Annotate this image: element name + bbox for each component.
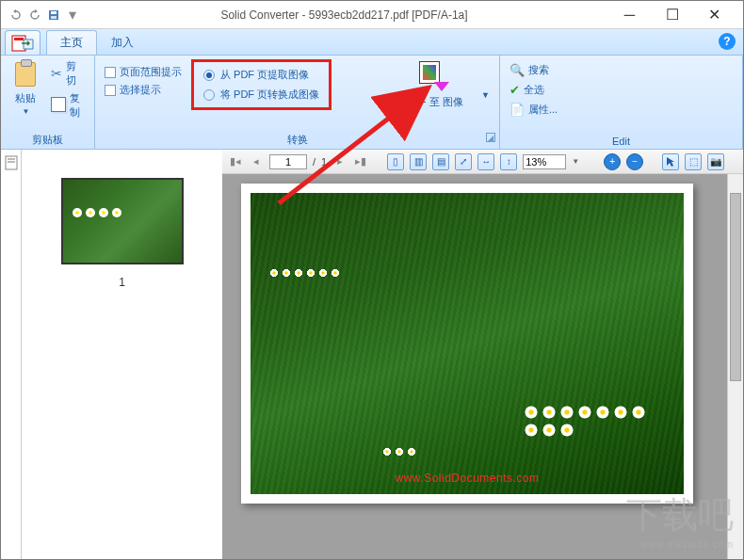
- first-page-button[interactable]: ▮◂: [228, 154, 243, 169]
- scrollbar-thumb[interactable]: [730, 193, 741, 381]
- checkbox-icon: [105, 85, 116, 96]
- thumbnails-tab[interactable]: [2, 152, 21, 174]
- document-page: www.SolidDocuments.com: [241, 184, 693, 504]
- svg-rect-2: [51, 16, 57, 19]
- properties-label: 属性...: [528, 103, 558, 117]
- fit-width-button[interactable]: ↔: [477, 153, 494, 170]
- search-icon: [509, 63, 525, 77]
- page-range-label: 页面范围提示: [120, 65, 182, 79]
- radio-unchecked-icon: [203, 89, 215, 101]
- ribbon-tab-bar: 主页 加入 ?: [1, 29, 743, 56]
- tab-add[interactable]: 加入: [97, 30, 148, 55]
- minimize-button[interactable]: ─: [608, 1, 651, 28]
- pdf-to-image-button[interactable]: PDF 至 图像: [396, 59, 472, 109]
- help-button[interactable]: ?: [719, 33, 736, 50]
- select-all-icon: [509, 83, 520, 97]
- save-icon[interactable]: [46, 8, 61, 23]
- thumbnail-page-number: 1: [119, 276, 125, 289]
- qat-dropdown-icon[interactable]: ▾: [65, 8, 80, 23]
- copy-icon: [51, 97, 66, 114]
- cut-label: 剪切: [66, 59, 85, 88]
- redo-icon[interactable]: [27, 8, 42, 23]
- search-button[interactable]: 搜索: [509, 63, 558, 77]
- paste-button[interactable]: 粘贴 ▼: [10, 59, 41, 116]
- prev-page-button[interactable]: ◂: [249, 154, 264, 169]
- snapshot-tool-button[interactable]: 📷: [707, 153, 724, 170]
- page-total: 1: [321, 156, 327, 168]
- zoom-in-button[interactable]: +: [604, 153, 621, 170]
- last-page-button[interactable]: ▸▮: [353, 154, 368, 169]
- svg-rect-1: [51, 11, 57, 14]
- marquee-tool-button[interactable]: ⬚: [685, 153, 702, 170]
- ribbon: 粘贴 ▼ 剪切 复制 剪贴板 页面范围提示 选择提示 从 PDF 页提取图像 将…: [1, 56, 743, 150]
- copy-label: 复制: [70, 91, 85, 120]
- scissors-icon: [51, 66, 62, 81]
- properties-button[interactable]: 属性...: [509, 103, 558, 117]
- group-convert: 页面范围提示 选择提示 从 PDF 页提取图像 将 PDF 页转换成图像 PDF…: [95, 56, 500, 149]
- app-menu-button[interactable]: [5, 30, 40, 55]
- view-facing-button[interactable]: ▤: [432, 153, 449, 170]
- site-watermark: 下载吧 www.xiazaiba.com: [626, 491, 734, 550]
- radio-pages-to-images[interactable]: 将 PDF 页转换成图像: [203, 88, 319, 102]
- convert-options-highlight: 从 PDF 页提取图像 将 PDF 页转换成图像: [191, 59, 332, 110]
- group-label-convert: 转换◢: [105, 131, 490, 149]
- close-button[interactable]: ✕: [693, 1, 736, 28]
- group-edit: 搜索 全选 属性... Edit: [500, 56, 743, 149]
- page-thumbnail[interactable]: [61, 178, 184, 264]
- svg-rect-8: [8, 161, 15, 163]
- title-bar: ▾ Solid Converter - 5993ecb2dd217.pdf [P…: [1, 1, 743, 29]
- dialog-launcher-icon[interactable]: ◢: [486, 133, 495, 142]
- clipboard-icon: [15, 62, 36, 87]
- page-image: www.SolidDocuments.com: [251, 193, 684, 494]
- copy-button[interactable]: 复制: [51, 91, 85, 120]
- dropdown-icon[interactable]: ▼: [481, 90, 490, 100]
- window-title: Solid Converter - 5993ecb2dd217.pdf [PDF…: [80, 8, 608, 22]
- select-all-label: 全选: [524, 83, 544, 97]
- tab-home[interactable]: 主页: [46, 30, 97, 55]
- page-separator: /: [313, 156, 315, 168]
- group-label-edit: Edit: [509, 134, 733, 149]
- image-watermark: www.SolidDocuments.com: [395, 472, 539, 485]
- side-tab-strip: [1, 150, 22, 559]
- quick-access-toolbar: ▾: [8, 8, 80, 23]
- group-label-clipboard: 剪贴板: [10, 131, 85, 149]
- zoom-out-button[interactable]: −: [626, 153, 643, 170]
- svg-rect-7: [8, 158, 15, 160]
- maximize-button[interactable]: ☐: [651, 1, 693, 28]
- page-range-hint-checkbox[interactable]: 页面范围提示: [105, 65, 182, 79]
- paste-label: 粘贴: [15, 91, 36, 105]
- select-all-button[interactable]: 全选: [509, 83, 558, 97]
- svg-rect-4: [14, 38, 24, 40]
- radio-extract-label: 从 PDF 页提取图像: [220, 68, 309, 82]
- select-hint-checkbox[interactable]: 选择提示: [105, 83, 182, 97]
- view-single-button[interactable]: ▯: [387, 153, 404, 170]
- pointer-tool-button[interactable]: [662, 153, 679, 170]
- checkbox-icon: [105, 67, 116, 78]
- search-label: 搜索: [528, 63, 549, 77]
- pdf-to-image-label: PDF 至 图像: [406, 95, 463, 109]
- zoom-select[interactable]: [523, 154, 566, 169]
- radio-checked-icon: [203, 70, 215, 81]
- select-hint-label: 选择提示: [120, 83, 161, 97]
- viewer-toolbar: ▮◂ ◂ / 1 ▸ ▸▮ ▯ ▥ ▤ ⤢ ↔ ↕ ▼ + − ⬚ 📷: [222, 150, 743, 174]
- undo-icon[interactable]: [8, 8, 24, 23]
- radio-convert-label: 将 PDF 页转换成图像: [220, 88, 319, 102]
- fit-height-button[interactable]: ↕: [500, 153, 517, 170]
- pdf-to-image-icon: [417, 59, 451, 93]
- cut-button[interactable]: 剪切: [51, 59, 85, 88]
- dropdown-icon: ▼: [22, 107, 29, 116]
- group-clipboard: 粘贴 ▼ 剪切 复制 剪贴板: [1, 56, 95, 149]
- radio-extract-images[interactable]: 从 PDF 页提取图像: [203, 68, 319, 82]
- page-number-input[interactable]: [269, 154, 307, 169]
- view-continuous-button[interactable]: ▥: [410, 153, 427, 170]
- window-buttons: ─ ☐ ✕: [608, 1, 736, 28]
- thumbnail-panel: 1: [22, 150, 222, 559]
- fit-page-button[interactable]: ⤢: [455, 153, 472, 170]
- next-page-button[interactable]: ▸: [332, 154, 348, 169]
- properties-icon: [509, 103, 525, 117]
